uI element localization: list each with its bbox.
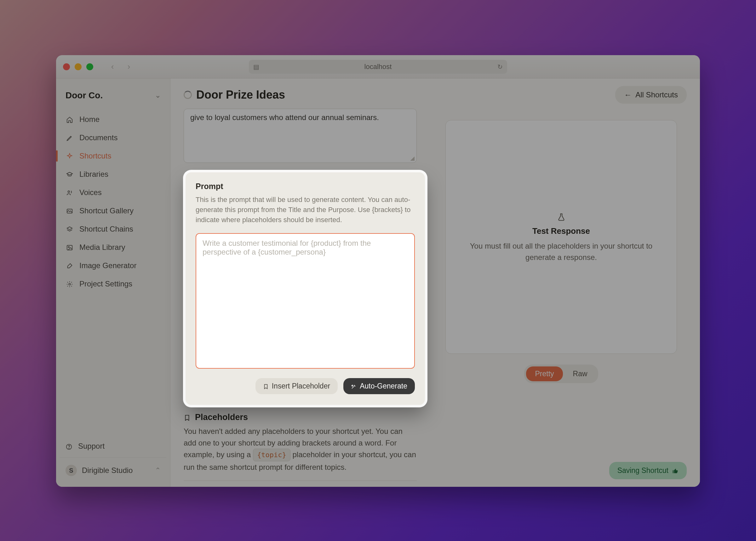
org-name: Door Co. <box>66 90 103 101</box>
nav-arrows: ‹ › <box>105 61 136 73</box>
chevron-up-icon: ⌃ <box>155 466 161 474</box>
svg-point-3 <box>68 247 69 248</box>
sidebar-item-label: Shortcut Chains <box>79 225 133 234</box>
titlebar: ‹ › ▤ localhost ↻ <box>56 55 700 79</box>
toggle-pretty[interactable]: Pretty <box>526 366 563 381</box>
saving-shortcut-pill: Saving Shortcut <box>609 462 687 479</box>
sidebar-item-support[interactable]: Support <box>60 437 166 455</box>
close-window-button[interactable] <box>63 63 70 70</box>
chevron-down-icon: ⌄ <box>155 91 161 100</box>
sidebar-item-label: Documents <box>79 133 118 142</box>
svg-point-0 <box>68 191 70 193</box>
bookmark-icon <box>184 412 190 422</box>
gallery-icon <box>66 207 74 215</box>
url-text: localhost <box>364 63 392 71</box>
minimize-window-button[interactable] <box>75 63 82 70</box>
prompt-description: This is the prompt that will be used to … <box>195 195 415 225</box>
prompt-textarea[interactable] <box>195 233 415 369</box>
divider <box>184 480 417 481</box>
image-icon <box>66 243 74 252</box>
page-title: Door Prize Ideas <box>184 88 285 102</box>
sidebar-item-label: Support <box>78 442 105 451</box>
insert-placeholder-button[interactable]: Insert Placeholder <box>255 378 338 394</box>
test-response-body: You must fill out all the placeholders i… <box>468 241 654 263</box>
gear-icon <box>66 280 74 288</box>
zoom-window-button[interactable] <box>86 63 93 70</box>
test-response-heading: Test Response <box>532 226 590 236</box>
main-header: Door Prize Ideas ← All Shortcuts <box>171 79 700 106</box>
purpose-textarea[interactable]: give to loyal customers who attend our a… <box>184 109 417 163</box>
sidebar-item-label: Shortcut Gallery <box>79 207 134 215</box>
grad-cap-icon <box>66 170 74 178</box>
sidebar: Door Co. ⌄ Home Documents <box>56 79 171 487</box>
test-response-panel: Test Response You must fill out all the … <box>445 120 677 354</box>
auto-generate-label: Auto-Generate <box>360 382 407 390</box>
help-icon <box>66 442 73 451</box>
sidebar-item-media-library[interactable]: Media Library <box>60 239 166 256</box>
sidebar-item-shortcuts[interactable]: Shortcuts <box>60 147 166 165</box>
sidebar-item-home[interactable]: Home <box>60 111 166 128</box>
bookmark-icon <box>263 382 269 390</box>
reload-icon[interactable]: ↻ <box>497 63 503 71</box>
prompt-card: Prompt This is the prompt that will be u… <box>186 172 425 405</box>
prompt-heading: Prompt <box>195 182 415 191</box>
sparkle-icon <box>66 152 74 160</box>
insert-placeholder-label: Insert Placeholder <box>272 382 330 390</box>
thumbs-up-icon <box>672 466 678 475</box>
all-shortcuts-label: All Shortcuts <box>635 90 678 99</box>
back-button[interactable]: ‹ <box>105 61 120 73</box>
pen-icon <box>66 134 74 142</box>
auto-generate-button[interactable]: Auto-Generate <box>343 378 415 394</box>
toggle-raw[interactable]: Raw <box>564 366 596 381</box>
site-settings-icon: ▤ <box>253 63 259 71</box>
workspace-name: Dirigible Studio <box>82 466 133 475</box>
sidebar-item-label: Libraries <box>79 170 108 179</box>
sidebar-item-shortcut-chains[interactable]: Shortcut Chains <box>60 220 166 238</box>
home-icon <box>66 115 74 124</box>
svg-point-6 <box>69 448 69 448</box>
sidebar-item-project-settings[interactable]: Project Settings <box>60 275 166 293</box>
window-controls <box>63 63 93 70</box>
sidebar-item-shortcut-gallery[interactable]: Shortcut Gallery <box>60 202 166 220</box>
forward-button[interactable]: › <box>122 61 136 73</box>
placeholders-body: You haven't added any placeholders to yo… <box>184 422 417 473</box>
flask-icon <box>557 211 566 222</box>
person-voice-icon <box>66 189 74 197</box>
workspace-switcher[interactable]: S Dirigible Studio ⌃ <box>60 457 166 483</box>
loading-spinner-icon <box>184 91 192 99</box>
sidebar-item-voices[interactable]: Voices <box>60 184 166 201</box>
arrow-left-icon: ← <box>624 90 631 99</box>
sidebar-item-image-generator[interactable]: Image Generator <box>60 257 166 274</box>
url-bar[interactable]: ▤ localhost ↻ <box>249 60 507 74</box>
org-switcher[interactable]: Door Co. ⌄ <box>56 82 170 110</box>
saving-shortcut-label: Saving Shortcut <box>617 466 668 475</box>
sidebar-item-label: Project Settings <box>79 279 132 288</box>
sidebar-item-label: Media Library <box>79 243 125 252</box>
nav-list: Home Documents Shortcuts <box>56 110 170 293</box>
sidebar-item-documents[interactable]: Documents <box>60 129 166 147</box>
sidebar-item-label: Voices <box>79 188 102 197</box>
sidebar-item-label: Shortcuts <box>79 152 111 160</box>
purpose-text: give to loyal customers who attend our a… <box>190 113 379 122</box>
sidebar-item-label: Home <box>79 115 100 124</box>
svg-point-4 <box>69 283 71 285</box>
magic-wand-icon <box>351 382 357 390</box>
avatar: S <box>66 465 77 476</box>
stack-icon <box>66 225 74 233</box>
placeholders-section: Placeholders You haven't added any place… <box>184 412 417 487</box>
placeholder-chip: {topic} <box>253 449 290 461</box>
sidebar-item-libraries[interactable]: Libraries <box>60 166 166 183</box>
brush-icon <box>66 262 74 270</box>
sidebar-item-label: Image Generator <box>79 261 137 270</box>
page-title-text: Door Prize Ideas <box>196 88 285 102</box>
svg-rect-2 <box>67 246 73 250</box>
view-toggle: Pretty Raw <box>524 364 598 383</box>
all-shortcuts-button[interactable]: ← All Shortcuts <box>615 86 687 104</box>
placeholders-heading: Placeholders <box>195 412 248 422</box>
